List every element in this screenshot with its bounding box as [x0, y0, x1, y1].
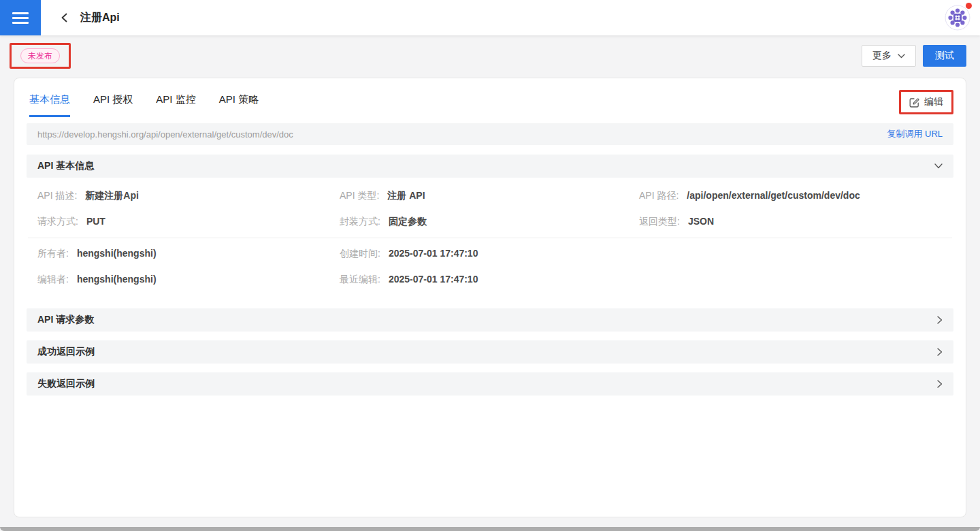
- more-button-label: 更多: [872, 50, 892, 62]
- field-request-method: 请求方式: PUT: [37, 216, 340, 228]
- field-label: API 类型:: [340, 190, 379, 202]
- status-badge: 未发布: [20, 48, 60, 63]
- field-last-edited: 最近编辑: 2025-07-01 17:47:10: [340, 274, 639, 286]
- section-header-request-params[interactable]: API 请求参数: [27, 308, 953, 332]
- field-label: 所有者:: [37, 248, 69, 260]
- field-label: 请求方式:: [37, 216, 78, 228]
- field-label: 封装方式:: [340, 216, 380, 228]
- field-value: 2025-07-01 17:47:10: [389, 248, 478, 259]
- back-button[interactable]: [60, 13, 69, 22]
- tab-api-monitor[interactable]: API 监控: [156, 93, 195, 117]
- field-value: hengshi(hengshi): [77, 248, 157, 259]
- field-api-path: API 路径: /api/open/external/get/custom/de…: [639, 190, 953, 202]
- collapsed-sections: API 请求参数 成功返回示例 失败返回示例: [27, 308, 953, 396]
- notification-dot: [966, 3, 972, 9]
- field-value: PUT: [86, 216, 105, 227]
- field-value: 2025-07-01 17:47:10: [389, 274, 478, 285]
- field-api-description: API 描述: 新建注册Api: [37, 190, 340, 202]
- field-value: JSON: [688, 216, 714, 227]
- tab-api-auth[interactable]: API 授权: [93, 93, 133, 117]
- field-owner: 所有者: hengshi(hengshi): [37, 248, 340, 260]
- test-button[interactable]: 测试: [923, 45, 966, 67]
- chevron-right-icon: [937, 380, 943, 388]
- field-api-type: API 类型: 注册 API: [340, 190, 639, 202]
- edit-button-label: 编辑: [924, 96, 943, 108]
- hamburger-icon: [12, 22, 29, 24]
- field-row: 请求方式: PUT 封装方式: 固定参数 返回类型: JSON: [37, 209, 953, 235]
- field-return-type: 返回类型: JSON: [639, 216, 953, 228]
- copy-url-link[interactable]: 复制调用 URL: [887, 128, 943, 140]
- status-row: 未发布 更多 测试: [14, 44, 966, 68]
- edit-button[interactable]: 编辑: [909, 96, 943, 108]
- tab-basic-info[interactable]: 基本信息: [29, 93, 70, 117]
- api-url-bar: https://develop.hengshi.org/api/open/ext…: [27, 123, 953, 145]
- app-logo-avatar[interactable]: [945, 5, 970, 31]
- top-header: 注册Api: [0, 0, 980, 35]
- chevron-right-icon: [937, 316, 943, 324]
- field-label: 最近编辑:: [340, 274, 380, 286]
- section-title: API 请求参数: [37, 314, 94, 326]
- field-value: 注册 API: [387, 190, 425, 202]
- section-title: API 基本信息: [37, 160, 94, 172]
- chevron-left-icon: [60, 13, 69, 22]
- more-button[interactable]: 更多: [862, 45, 916, 67]
- divider: [28, 238, 952, 238]
- field-label: 返回类型:: [639, 216, 680, 228]
- content-area: 未发布 更多 测试 基本信息 API 授权 API 监控 API 策略: [0, 35, 980, 517]
- section-header-success-example[interactable]: 成功返回示例: [27, 340, 953, 364]
- hamburger-icon: [12, 17, 29, 19]
- tab-api-policy[interactable]: API 策略: [219, 93, 259, 117]
- field-value: /api/open/external/get/custom/dev/doc: [687, 190, 860, 201]
- hamburger-icon: [12, 12, 29, 14]
- field-row: 编辑者: hengshi(hengshi) 最近编辑: 2025-07-01 1…: [37, 267, 953, 293]
- tab-bar: 基本信息 API 授权 API 监控 API 策略 编辑: [27, 78, 953, 122]
- field-created-time: 创建时间: 2025-07-01 17:47:10: [340, 248, 639, 260]
- page-title: 注册Api: [80, 11, 120, 25]
- section-header-basic-info[interactable]: API 基本信息: [27, 155, 953, 178]
- annotation-box-status: 未发布: [10, 43, 71, 69]
- chevron-right-icon: [937, 348, 943, 356]
- field-label: API 描述:: [37, 190, 77, 202]
- field-label: 编辑者:: [37, 274, 69, 286]
- basic-info-fields: API 描述: 新建注册Api API 类型: 注册 API API 路径: /…: [27, 178, 953, 293]
- field-value: 新建注册Api: [85, 190, 139, 202]
- field-wrap-mode: 封装方式: 固定参数: [340, 216, 639, 228]
- chevron-down-icon: [934, 163, 943, 169]
- field-label: API 路径:: [639, 190, 679, 202]
- window-bottom-edge: [0, 527, 980, 531]
- section-title: 成功返回示例: [37, 346, 95, 358]
- annotation-box-edit: 编辑: [899, 90, 953, 114]
- field-row: 所有者: hengshi(hengshi) 创建时间: 2025-07-01 1…: [37, 241, 953, 267]
- hamburger-menu-button[interactable]: [0, 0, 41, 35]
- section-title: 失败返回示例: [37, 378, 95, 390]
- detail-card: 基本信息 API 授权 API 监控 API 策略 编辑 https://dev…: [14, 78, 966, 517]
- field-label: 创建时间:: [340, 248, 380, 260]
- field-editor: 编辑者: hengshi(hengshi): [37, 274, 340, 286]
- field-value: hengshi(hengshi): [77, 274, 157, 285]
- api-url-text: https://develop.hengshi.org/api/open/ext…: [37, 129, 293, 140]
- chevron-down-icon: [898, 54, 905, 59]
- section-header-failure-example[interactable]: 失败返回示例: [27, 372, 953, 396]
- field-row: API 描述: 新建注册Api API 类型: 注册 API API 路径: /…: [37, 183, 953, 209]
- field-value: 固定参数: [389, 216, 427, 228]
- edit-icon: [909, 97, 919, 108]
